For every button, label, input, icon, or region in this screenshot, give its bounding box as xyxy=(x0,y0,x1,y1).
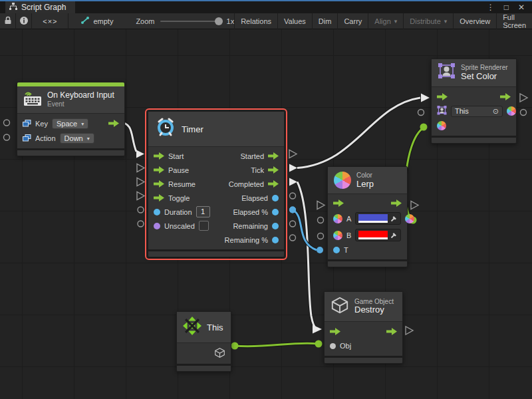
node-timer[interactable]: Timer Start Started Pause Tick Resume Co… xyxy=(148,111,285,257)
color-port-icon[interactable] xyxy=(333,231,342,240)
node-title: Timer xyxy=(182,124,203,134)
node-color-lerp[interactable]: Color Lerp A xyxy=(327,166,408,267)
values-button[interactable]: Values xyxy=(277,13,312,29)
gameobject-port-icon[interactable] xyxy=(214,347,225,360)
window-controls: ⋮ □ ✕ xyxy=(483,1,532,13)
key-dropdown[interactable]: Space xyxy=(52,118,88,129)
flow-output-arrow-icon xyxy=(391,200,402,207)
close-icon[interactable]: ✕ xyxy=(515,3,528,12)
bool-port-dot[interactable] xyxy=(154,223,160,229)
duration-input[interactable]: 1 xyxy=(196,206,210,217)
sprite-port-icon[interactable] xyxy=(437,106,447,116)
value-port-dot[interactable] xyxy=(333,247,340,253)
carry-button[interactable]: Carry xyxy=(337,13,368,29)
object-picker-icon[interactable]: ⊙ xyxy=(493,107,499,116)
node-footer xyxy=(328,259,407,267)
variable-icon xyxy=(23,120,31,128)
tab-script-graph[interactable]: Script Graph xyxy=(5,1,75,13)
info-button[interactable] xyxy=(16,13,32,29)
flow-output-arrow-icon xyxy=(386,328,397,335)
zoom-slider[interactable] xyxy=(160,21,221,22)
color-port-icon[interactable] xyxy=(333,214,342,223)
node-title: This xyxy=(207,323,223,332)
flow-output-arrow-icon xyxy=(268,180,279,188)
value-port-dot[interactable] xyxy=(272,237,279,243)
node-this[interactable]: This xyxy=(176,311,231,372)
node-set-color[interactable]: Sprite Renderer Set Color This ⊙ xyxy=(431,59,517,144)
gameobject-icon xyxy=(331,296,349,317)
flow-output-arrow-icon[interactable] xyxy=(108,120,119,128)
color-b-field[interactable] xyxy=(355,229,401,241)
graph-pointer-label: empty xyxy=(93,17,113,25)
eyedropper-icon xyxy=(390,215,398,222)
node-footer xyxy=(148,249,284,257)
color-a-field[interactable] xyxy=(355,212,401,225)
unscaled-checkbox[interactable] xyxy=(199,221,209,231)
node-footer xyxy=(17,148,124,156)
flow-input-arrow-icon xyxy=(330,328,340,335)
color-a-swatch[interactable] xyxy=(358,214,388,223)
node-footer xyxy=(325,356,402,363)
node-title: On Keyboard Input xyxy=(47,91,114,100)
align-dropdown[interactable]: Align xyxy=(368,13,403,29)
value-port-dot[interactable] xyxy=(272,209,279,215)
zoom-slider-handle[interactable] xyxy=(215,17,223,25)
flow-input-arrow-icon xyxy=(154,180,164,188)
node-title: Set Color xyxy=(461,72,508,82)
flow-input-arrow-icon xyxy=(154,152,164,160)
self-move-icon xyxy=(183,317,201,338)
fullscreen-button[interactable]: Full Screen xyxy=(496,13,532,29)
node-subtitle: Event xyxy=(47,100,114,108)
zoom-control: Zoom 1x xyxy=(136,17,234,25)
timer-icon xyxy=(155,118,176,140)
value-port-dot[interactable] xyxy=(272,195,279,201)
node-footer xyxy=(432,136,516,143)
distribute-dropdown[interactable]: Distribute xyxy=(403,13,453,29)
color-b-swatch[interactable] xyxy=(358,231,388,239)
target-object-field[interactable]: This ⊙ xyxy=(451,106,503,117)
graph-pointer-breadcrumb[interactable]: empty xyxy=(80,16,113,26)
flow-input-arrow-icon xyxy=(154,166,164,174)
b-port-label: B xyxy=(346,231,351,239)
color-port-icon[interactable] xyxy=(507,106,516,116)
zoom-label: Zoom xyxy=(136,17,154,25)
tab-bar: Script Graph ⋮ □ ✕ xyxy=(0,1,532,13)
node-title: Lerp xyxy=(356,180,374,190)
color-port-icon[interactable] xyxy=(437,121,446,130)
code-toggle-button[interactable]: <×> xyxy=(32,13,68,29)
object-port-dot[interactable] xyxy=(330,343,336,349)
maximize-icon[interactable]: □ xyxy=(501,3,512,12)
graph-hierarchy-icon xyxy=(9,3,17,12)
window-focus-line xyxy=(0,0,532,1)
node-destroy[interactable]: Game Object Destroy Obj xyxy=(324,291,403,364)
dim-button[interactable]: Dim xyxy=(312,13,338,29)
lock-button[interactable] xyxy=(0,13,16,29)
t-port-label: T xyxy=(344,246,348,254)
action-port-label: Action xyxy=(35,134,56,142)
toolbar-right-group: Relations Values Dim Carry Align Distrib… xyxy=(234,13,532,29)
action-dropdown[interactable]: Down xyxy=(60,133,94,144)
value-port-dot[interactable] xyxy=(154,209,160,215)
code-toggle-label: <×> xyxy=(43,17,57,25)
value-port-dot[interactable] xyxy=(272,223,279,229)
relations-button[interactable]: Relations xyxy=(234,13,277,29)
obj-port-label: Obj xyxy=(340,342,351,350)
flow-output-arrow-icon xyxy=(268,166,279,174)
menu-icon[interactable]: ⋮ xyxy=(483,3,498,12)
node-category: Color xyxy=(356,172,374,180)
flow-input-arrow-icon xyxy=(437,93,448,100)
key-port-label: Key xyxy=(35,120,48,128)
flow-input-arrow-icon xyxy=(333,200,344,207)
node-on-keyboard-input[interactable]: On Keyboard Input Event Key Space xyxy=(17,82,125,156)
a-port-label: A xyxy=(346,215,351,223)
flow-input-arrow-icon xyxy=(154,194,164,201)
node-footer xyxy=(177,364,231,371)
node-title: Destroy xyxy=(354,305,394,315)
flow-output-arrow-icon xyxy=(268,152,279,160)
eyedropper-icon xyxy=(390,231,398,239)
zoom-value: 1x xyxy=(227,17,235,25)
overview-button[interactable]: Overview xyxy=(453,13,496,29)
color-wheel-icon xyxy=(334,172,351,189)
tab-title: Script Graph xyxy=(21,3,66,12)
info-icon xyxy=(19,16,29,27)
